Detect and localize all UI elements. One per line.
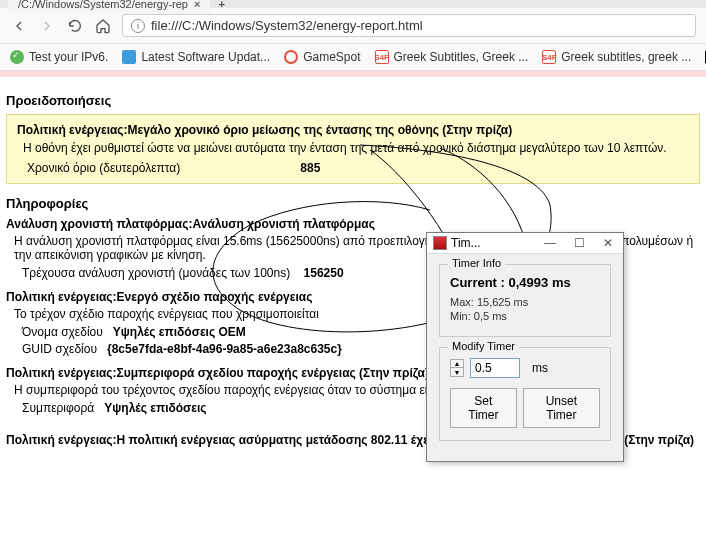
timer-titlebar[interactable]: Tim... — ☐ ✕ bbox=[427, 233, 623, 254]
timer-input[interactable] bbox=[470, 358, 520, 378]
current-value: 0,4993 ms bbox=[509, 275, 571, 290]
plan-guid-value: {8c5e7fda-e8bf-4a96-9a85-a6e23a8c635c} bbox=[107, 342, 342, 356]
section-title: Ανάλυση χρονιστή πλατφόρμας:Ανάλυση χρον… bbox=[6, 217, 700, 231]
bookmark-ipv6[interactable]: Test your IPv6. bbox=[10, 50, 108, 64]
plan-name-value: Υψηλές επιδόσεις OEM bbox=[113, 325, 246, 339]
tab-title: /C:/Windows/System32/energy-rep bbox=[18, 0, 188, 10]
close-button[interactable]: ✕ bbox=[599, 236, 617, 250]
timeout-value: 885 bbox=[300, 161, 320, 175]
back-button[interactable] bbox=[10, 17, 28, 35]
stepper[interactable]: ▲ ▼ bbox=[450, 359, 464, 377]
warning-box: Πολιτική ενέργειας:Μεγάλο χρονικό όριο μ… bbox=[6, 114, 700, 184]
home-button[interactable] bbox=[94, 17, 112, 35]
step-up-icon[interactable]: ▲ bbox=[451, 360, 463, 368]
check-icon bbox=[10, 50, 24, 64]
gamespot-icon bbox=[284, 50, 298, 64]
close-tab-icon[interactable]: × bbox=[194, 0, 200, 10]
group-label: Timer Info bbox=[448, 257, 505, 269]
s4f-icon: S4F bbox=[542, 50, 556, 64]
warnings-heading: Προειδοποιήσεις bbox=[6, 93, 700, 108]
bookmark-software-update[interactable]: Latest Software Updat... bbox=[122, 50, 270, 64]
maximize-button[interactable]: ☐ bbox=[570, 236, 589, 250]
modify-timer-group: Modify Timer ▲ ▼ ms Set Timer Unset Time… bbox=[439, 347, 611, 441]
plan-name-label: Όνομα σχεδίου bbox=[22, 325, 103, 339]
bookmark-s4f-2[interactable]: S4FGreek subtitles, greek ... bbox=[542, 50, 691, 64]
bookmark-s4f-1[interactable]: S4FGreek Subtitles, Greek ... bbox=[375, 50, 529, 64]
app-icon bbox=[433, 236, 447, 250]
kv-label: Τρέχουσα ανάλυση χρονιστή (μονάδες των 1… bbox=[22, 266, 290, 280]
timer-title-text: Tim... bbox=[451, 236, 540, 250]
site-info-icon[interactable]: i bbox=[131, 19, 145, 33]
warning-desc: Η οθόνη έχει ρυθμιστεί ώστε να μειώνει α… bbox=[23, 141, 689, 155]
browser-tab[interactable]: /C:/Windows/System32/energy-rep × bbox=[8, 0, 210, 14]
unset-timer-button[interactable]: Unset Timer bbox=[523, 388, 600, 428]
url-bar[interactable]: i file:///C:/Windows/System32/energy-rep… bbox=[122, 14, 696, 37]
reload-button[interactable] bbox=[66, 17, 84, 35]
url-text: file:///C:/Windows/System32/energy-repor… bbox=[151, 18, 423, 33]
timer-info-group: Timer Info Current : 0,4993 ms Max: 15,6… bbox=[439, 264, 611, 337]
bookmarks-bar: Test your IPv6. Latest Software Updat...… bbox=[0, 44, 706, 71]
forward-button[interactable] bbox=[38, 17, 56, 35]
app-icon bbox=[122, 50, 136, 64]
info-heading: Πληροφορίες bbox=[6, 196, 700, 211]
min-value: Min: 0,5 ms bbox=[450, 310, 600, 322]
timer-body: Timer Info Current : 0,4993 ms Max: 15,6… bbox=[427, 254, 623, 461]
kv-value: 156250 bbox=[304, 266, 344, 280]
s4f-icon: S4F bbox=[375, 50, 389, 64]
plan-guid-label: GUID σχεδίου bbox=[22, 342, 97, 356]
step-down-icon[interactable]: ▼ bbox=[451, 368, 463, 376]
current-label: Current : bbox=[450, 275, 505, 290]
group-label: Modify Timer bbox=[448, 340, 519, 352]
set-timer-button[interactable]: Set Timer bbox=[450, 388, 517, 428]
unit-label: ms bbox=[532, 361, 548, 375]
bookmark-gamespot[interactable]: GameSpot bbox=[284, 50, 360, 64]
behavior-value: Υψηλές επιδόσεις bbox=[104, 401, 206, 415]
timer-window[interactable]: Tim... — ☐ ✕ Timer Info Current : 0,4993… bbox=[426, 232, 624, 462]
minimize-button[interactable]: — bbox=[540, 236, 560, 250]
tab-bar: /C:/Windows/System32/energy-rep × + bbox=[0, 0, 706, 8]
behavior-label: Συμπεριφορά bbox=[22, 401, 94, 415]
new-tab-button[interactable]: + bbox=[218, 0, 224, 10]
warning-title: Πολιτική ενέργειας:Μεγάλο χρονικό όριο μ… bbox=[17, 123, 689, 137]
max-value: Max: 15,625 ms bbox=[450, 296, 600, 308]
timeout-label: Χρονικό όριο (δευτερόλεπτα) bbox=[27, 161, 287, 175]
